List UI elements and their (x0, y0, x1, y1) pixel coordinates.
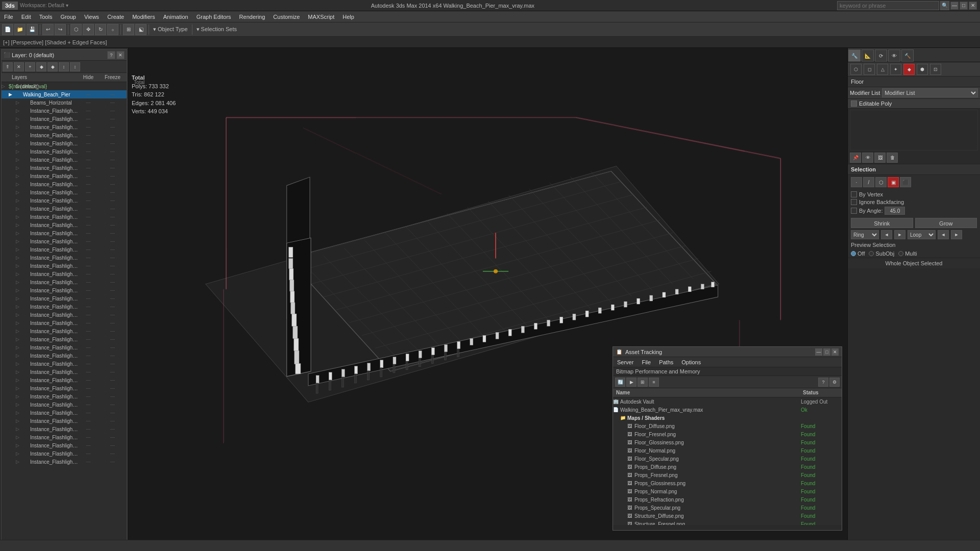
maximize-button[interactable]: □ (960, 2, 968, 10)
ring-select[interactable]: Ring (851, 230, 879, 239)
at-tb-help[interactable]: ? (818, 378, 828, 387)
sel-polygon-icon[interactable]: ▣ (888, 177, 899, 187)
at-row[interactable]: 🖼 Structure_Fresnel.png Found (613, 520, 842, 525)
menu-item-edit[interactable]: Edit (17, 13, 35, 21)
menu-item-animation[interactable]: Animation (159, 13, 192, 21)
at-scrollbar[interactable] (613, 525, 842, 530)
layer-tb-6[interactable]: ↕ (59, 62, 69, 71)
at-row[interactable]: 🖼 Props_Refraction.png Found (613, 495, 842, 504)
at-tb-settings[interactable]: ⚙ (829, 378, 840, 387)
layer-row-fl040[interactable]: ▷ Instance_Flashlight_040 — — (2, 319, 127, 327)
radio-subobj[interactable]: SubObj (869, 251, 894, 257)
close-button[interactable]: ✕ (969, 2, 977, 10)
layer-row-fl020[interactable]: ▷ Instance_Flashlight_020 — — (2, 213, 127, 221)
layer-row-fl045[interactable]: ▷ Instance_Flashlight_045 — — (2, 237, 127, 245)
at-tb-2[interactable]: ▶ (626, 378, 636, 387)
layer-row-fl017[interactable]: ▷ Instance_Flashlight_017 — — (2, 262, 127, 270)
toolbar-save[interactable]: 💾 (27, 24, 38, 35)
editable-poly-checkbox[interactable] (851, 101, 857, 107)
at-row[interactable]: 🖼 Floor_Specular.png Found (613, 455, 842, 463)
layer-row-fl013[interactable]: ▷ Instance_Flashlight_013 — — (2, 327, 127, 335)
at-row[interactable]: 🖼 Props_Glossiness.png Found (613, 479, 842, 487)
layer-row-fl049[interactable]: ▷ Instance_Flashlight_049 — — (2, 172, 127, 180)
layer-row-fl014[interactable]: ▷ Instance_Flashlight_014 — — (2, 311, 127, 319)
at-close-btn[interactable]: ✕ (831, 348, 839, 356)
at-row[interactable]: 🖼 Structure_Diffuse.png Found (613, 512, 842, 520)
toolbar-new[interactable]: 📄 (2, 24, 13, 35)
layer-tb-4[interactable]: ◆ (36, 62, 46, 71)
at-row[interactable]: 🖼 Props_Diffuse.png Found (613, 463, 842, 471)
menu-item-create[interactable]: Create (103, 13, 128, 21)
sel-element-icon[interactable]: ⬛ (900, 177, 911, 187)
layer-row-fl038[interactable]: ▷ Instance_Flashlight_038 — — (2, 352, 127, 360)
layer-row-default[interactable]: ▷ ${row.check_val} 0 (default) (2, 82, 127, 90)
at-menu-paths[interactable]: Paths (655, 359, 677, 366)
layer-row-fl032[interactable]: ▷ Instance_Flashlight_032 — — (2, 449, 127, 458)
modifier-list-select[interactable]: Modifier List (882, 88, 978, 97)
menu-item-modifiers[interactable]: Modifiers (128, 13, 159, 21)
layer-row-fl025[interactable]: ▷ Instance_Flashlight_025 — — (2, 131, 127, 139)
radio-multi[interactable]: Multi (898, 251, 917, 257)
sub-tab-5-active[interactable]: ◆ (903, 64, 915, 75)
layer-row-fl012[interactable]: ▷ Instance_Flashlight_012 — — (2, 343, 127, 352)
toolbar-redo[interactable]: ↪ (55, 24, 66, 35)
at-tb-3[interactable]: ⊞ (638, 378, 648, 387)
cmd-tab-motion[interactable]: ⟳ (875, 49, 887, 62)
by-angle-checkbox[interactable] (851, 208, 857, 214)
search-button[interactable]: 🔍 (940, 1, 949, 10)
menu-item-help[interactable]: Help (338, 13, 358, 21)
layer-row-fl042[interactable]: ▷ Instance_Flashlight_042 — — (2, 286, 127, 294)
sel-border-icon[interactable]: ⬡ (875, 177, 887, 187)
at-row[interactable]: 🖼 Floor_Fresnel.png Found (613, 430, 842, 438)
layer-row-fl051[interactable]: ▷ Instance_Flashlight_051 — — (2, 139, 127, 147)
at-row[interactable]: 🖼 Props_Fresnel.png Found (613, 471, 842, 479)
layer-row-fl047[interactable]: ▷ Instance_Flashlight_047 — — (2, 205, 127, 213)
grow-button[interactable]: Grow (915, 218, 977, 228)
layer-row-fl037[interactable]: ▷ Instance_Flashlight_037 — — (2, 368, 127, 376)
ring-prev-btn[interactable]: ◄ (881, 230, 892, 239)
toolbar-rotate[interactable]: ↻ (95, 24, 106, 35)
layer-row-fl033[interactable]: ▷ Instance_Flashlight_033 — — (2, 433, 127, 441)
at-row[interactable]: 🖼 Floor_Normal.png Found (613, 446, 842, 455)
menu-item-customize[interactable]: Customize (269, 13, 304, 21)
at-row[interactable]: 📄 Walking_Beach_Pier_max_vray.max Ok (613, 406, 842, 414)
at-tb-1[interactable]: 🔄 (615, 378, 625, 387)
sel-edge-icon[interactable]: / (863, 177, 874, 187)
layer-row-fl039[interactable]: ▷ Instance_Flashlight_039 — — (2, 335, 127, 343)
sub-tab-3[interactable]: △ (877, 64, 888, 75)
layer-row-fl048[interactable]: ▷ Instance_Flashlight_048 — — (2, 188, 127, 196)
ring-next-btn[interactable]: ► (894, 230, 905, 239)
toolbar-select[interactable]: ⬡ (70, 24, 82, 35)
layer-row-beams[interactable]: ▷ Beams_Horizontal — — (2, 98, 127, 107)
layer-row-fl053[interactable]: ▷ Instance_Flashlight_053 — — (2, 107, 127, 115)
layer-row-fl044[interactable]: ▷ Instance_Flashlight_044 — — (2, 254, 127, 262)
loop-select[interactable]: Loop (908, 230, 936, 239)
layer-row-fl024[interactable]: ▷ Instance_Flashlight_024 — — (2, 147, 127, 156)
search-input[interactable] (837, 1, 939, 10)
sub-tab-7[interactable]: ⊡ (930, 64, 941, 75)
at-row[interactable]: 🖼 Props_Normal.png Found (613, 487, 842, 495)
layer-row-fl005[interactable]: ▷ Instance_Flashlight_005 — — (2, 458, 127, 466)
layer-row-fl041[interactable]: ▷ Instance_Flashlight_041 — — (2, 303, 127, 311)
menu-item-group[interactable]: Group (56, 13, 80, 21)
layer-row-fl019[interactable]: ▷ Instance_Flashlight_019 — — (2, 229, 127, 237)
layer-tb-7[interactable]: ↕ (70, 62, 80, 71)
menu-item-rendering[interactable]: Rendering (235, 13, 270, 21)
sub-tab-6[interactable]: ⬢ (917, 64, 928, 75)
layer-row-fl008[interactable]: ▷ Instance_Flashlight_008 — — (2, 409, 127, 417)
toolbar-move[interactable]: ✥ (83, 24, 94, 35)
layer-tb-1[interactable]: ⇑ (3, 62, 13, 71)
layer-row-fl043[interactable]: ▷ Instance_Flashlight_043 — — (2, 270, 127, 278)
layer-row-fl010[interactable]: ▷ Instance_Flashlight_010 — — (2, 376, 127, 384)
cmd-tab-modify[interactable]: 🔧 (848, 49, 861, 62)
layer-row-fl018[interactable]: ▷ Instance_Flashlight_018 — — (2, 245, 127, 254)
layer-row-fl015[interactable]: ▷ Instance_Flashlight_015 — — (2, 294, 127, 303)
stack-delete[interactable]: 🗑 (887, 153, 898, 163)
layer-row-walking[interactable]: ▶ Walking_Beach_Pier — — (2, 90, 127, 98)
at-menu-file[interactable]: File (638, 359, 655, 366)
at-maximize-btn[interactable]: □ (823, 348, 830, 356)
stack-pin[interactable]: 📌 (850, 153, 861, 163)
by-angle-input[interactable] (885, 207, 905, 215)
ignore-backfacing-checkbox[interactable] (851, 199, 857, 205)
layer-tb-3[interactable]: + (25, 62, 35, 71)
